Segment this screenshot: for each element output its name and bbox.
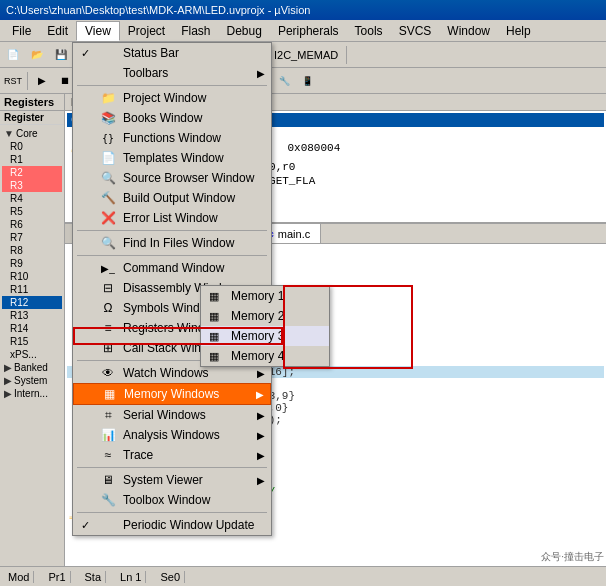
i2c-label: I2C_MEMAD (270, 49, 342, 61)
new-btn[interactable]: 📄 (2, 44, 24, 66)
tbw-icon: 🔧 (99, 493, 117, 507)
submenu-mem3[interactable]: ▦ Memory 3 (201, 326, 329, 346)
menu-find-in-files[interactable]: 🔍 Find In Files Window (73, 233, 271, 253)
title-text: C:\Users\zhuan\Desktop\test\MDK-ARM\LED.… (6, 4, 310, 16)
statusbar-label: Status Bar (123, 46, 265, 60)
menu-file[interactable]: File (4, 22, 39, 40)
cs-icon: ⊞ (99, 341, 117, 355)
reg-R8: R8 (2, 244, 62, 257)
el-icon: ❌ (99, 211, 117, 225)
fif-icon: 🔍 (99, 236, 117, 250)
open-btn[interactable]: 📂 (26, 44, 48, 66)
sep-e (77, 467, 267, 468)
menu-toolbars[interactable]: Toolbars ▶ (73, 63, 271, 83)
reg-R11: R11 (2, 283, 62, 296)
menu-memory-windows[interactable]: ▦ Memory Windows ▶ (73, 383, 271, 405)
intern-expand[interactable]: ▶ (4, 388, 12, 399)
cw-label: Command Window (123, 261, 265, 275)
menu-functions-window[interactable]: {} Functions Window (73, 128, 271, 148)
reg-R14: R14 (2, 322, 62, 335)
reg-R3: R3 (2, 179, 62, 192)
menu-flash[interactable]: Flash (173, 22, 218, 40)
banked-expand[interactable]: ▶ (4, 362, 12, 373)
reg-group-system: ▶ System (2, 374, 62, 387)
check-icon: ✓ (77, 47, 93, 60)
mw-icon: ▦ (100, 387, 118, 401)
ww-label: Watch Windows (123, 366, 251, 380)
menu-view[interactable]: View (76, 21, 120, 41)
submenu-mem2[interactable]: ▦ Memory 2 (201, 306, 329, 326)
bw-icon: 📚 (99, 111, 117, 125)
menu-serial-windows[interactable]: ⌗ Serial Windows ▶ (73, 405, 271, 425)
save-btn[interactable]: 💾 (50, 44, 72, 66)
mem4-label: Memory 4 (231, 349, 284, 363)
menu-source-browser[interactable]: 🔍 Source Browser Window (73, 168, 271, 188)
system-expand[interactable]: ▶ (4, 375, 12, 386)
pu-check: ✓ (77, 519, 93, 532)
mem3-label: Memory 3 (231, 329, 284, 343)
menu-toolbox-window[interactable]: 🔧 Toolbox Window (73, 490, 271, 510)
sb-label: Source Browser Window (123, 171, 265, 185)
sep6 (27, 72, 28, 90)
status-bar: Mod Pr1 Sta Ln 1 Se0 (0, 566, 606, 586)
bo-icon: 🔨 (99, 191, 117, 205)
menu-books-window[interactable]: 📚 Books Window (73, 108, 271, 128)
ww-icon: 👁 (99, 366, 117, 380)
bw-label: Books Window (123, 111, 265, 125)
menu-analysis-windows[interactable]: 📊 Analysis Windows ▶ (73, 425, 271, 445)
menu-peripherals[interactable]: Peripherals (270, 22, 347, 40)
fif-label: Find In Files Window (123, 236, 265, 250)
menu-edit[interactable]: Edit (39, 22, 76, 40)
menu-project[interactable]: Project (120, 22, 173, 40)
title-bar: C:\Users\zhuan\Desktop\test\MDK-ARM\LED.… (0, 0, 606, 20)
sep-b (77, 230, 267, 231)
reg-R2: R2 (2, 166, 62, 179)
pw-label: Project Window (123, 91, 265, 105)
menu-help[interactable]: Help (498, 22, 539, 40)
menu-templates-window[interactable]: 📄 Templates Window (73, 148, 271, 168)
toolbars-arrow: ▶ (257, 68, 265, 79)
rst-btn[interactable]: RST (2, 70, 24, 92)
fw-icon: {} (99, 133, 117, 144)
reg-R9: R9 (2, 257, 62, 270)
reg-R15: R15 (2, 335, 62, 348)
menu-status-bar[interactable]: ✓ Status Bar (73, 43, 271, 63)
extra2-btn[interactable]: 🔧 (273, 70, 295, 92)
reg-R6: R6 (2, 218, 62, 231)
status-se0: Se0 (156, 571, 185, 583)
status-ln: Ln 1 (116, 571, 146, 583)
sep-c (77, 255, 267, 256)
menu-periodic-update[interactable]: ✓ Periodic Window Update (73, 515, 271, 535)
run-btn[interactable]: ▶ (31, 70, 53, 92)
extra3-btn[interactable]: 📱 (296, 70, 318, 92)
menu-svcs[interactable]: SVCS (391, 22, 440, 40)
register-col-header: Register (0, 111, 64, 125)
menu-trace[interactable]: ≈ Trace ▶ (73, 445, 271, 465)
menu-build-output[interactable]: 🔨 Build Output Window (73, 188, 271, 208)
submenu-mem1[interactable]: ▦ Memory 1 (201, 286, 329, 306)
serw-arrow: ▶ (257, 410, 265, 421)
menu-error-list[interactable]: ❌ Error List Window (73, 208, 271, 228)
submenu-mem4[interactable]: ▦ Memory 4 (201, 346, 329, 366)
menu-system-viewer[interactable]: 🖥 System Viewer ▶ (73, 470, 271, 490)
menu-command-window[interactable]: ▶_ Command Window (73, 258, 271, 278)
mem2-label: Memory 2 (231, 309, 284, 323)
menu-project-window[interactable]: 📁 Project Window (73, 88, 271, 108)
aw-label: Analysis Windows (123, 428, 251, 442)
tw-label: Templates Window (123, 151, 265, 165)
reg-R5: R5 (2, 205, 62, 218)
mem1-icon: ▦ (209, 290, 225, 303)
menu-window[interactable]: Window (439, 22, 498, 40)
serw-icon: ⌗ (99, 408, 117, 422)
rw-icon: ≡ (99, 321, 117, 335)
reg-R13: R13 (2, 309, 62, 322)
tw-icon: 📄 (99, 151, 117, 165)
mem1-label: Memory 1 (231, 289, 284, 303)
serw-label: Serial Windows (123, 408, 251, 422)
mem3-icon: ▦ (209, 330, 225, 343)
menu-debug[interactable]: Debug (219, 22, 270, 40)
watermark: 众号·撞击电子 (541, 550, 604, 564)
core-expand[interactable]: ▼ (4, 128, 14, 139)
sep-f (77, 512, 267, 513)
menu-tools[interactable]: Tools (347, 22, 391, 40)
